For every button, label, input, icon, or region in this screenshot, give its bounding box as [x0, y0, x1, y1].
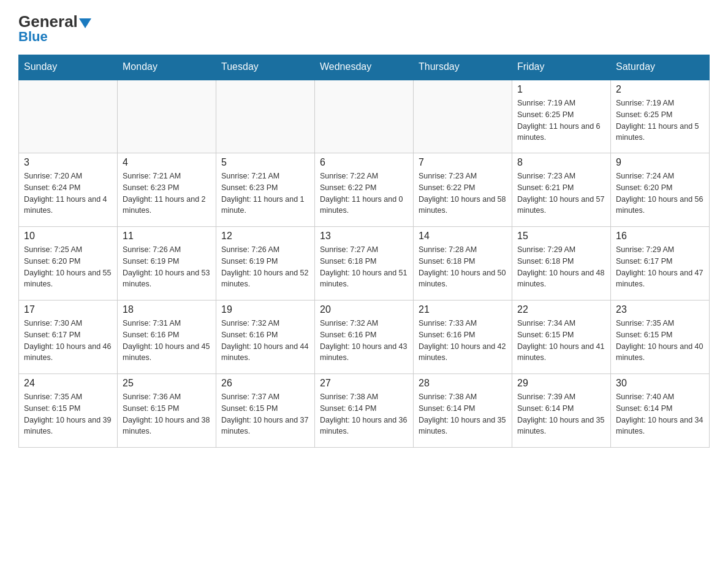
calendar-cell: 30Sunrise: 7:40 AM Sunset: 6:14 PM Dayli…: [611, 374, 710, 448]
day-number: 6: [320, 157, 408, 168]
logo-triangle-icon: [79, 18, 91, 28]
day-number: 8: [517, 157, 605, 168]
calendar-cell: 13Sunrise: 7:27 AM Sunset: 6:18 PM Dayli…: [315, 227, 414, 301]
day-info: Sunrise: 7:37 AM Sunset: 6:15 PM Dayligh…: [221, 391, 309, 437]
day-number: 19: [221, 304, 309, 315]
days-header-row: SundayMondayTuesdayWednesdayThursdayFrid…: [19, 55, 710, 80]
calendar-cell: 27Sunrise: 7:38 AM Sunset: 6:14 PM Dayli…: [315, 374, 414, 448]
day-info: Sunrise: 7:19 AM Sunset: 6:25 PM Dayligh…: [616, 98, 704, 144]
week-row-4: 17Sunrise: 7:30 AM Sunset: 6:17 PM Dayli…: [19, 301, 710, 374]
week-row-1: 1Sunrise: 7:19 AM Sunset: 6:25 PM Daylig…: [19, 80, 710, 153]
day-number: 27: [320, 378, 408, 389]
day-header-friday: Friday: [512, 55, 611, 80]
calendar-cell: 22Sunrise: 7:34 AM Sunset: 6:15 PM Dayli…: [512, 301, 611, 374]
day-number: 4: [123, 157, 211, 168]
day-info: Sunrise: 7:24 AM Sunset: 6:20 PM Dayligh…: [616, 170, 704, 216]
day-number: 7: [419, 157, 507, 168]
calendar-cell: [19, 80, 118, 153]
day-number: 16: [616, 231, 704, 242]
week-row-3: 10Sunrise: 7:25 AM Sunset: 6:20 PM Dayli…: [19, 227, 710, 301]
day-info: Sunrise: 7:26 AM Sunset: 6:19 PM Dayligh…: [221, 244, 309, 290]
day-info: Sunrise: 7:38 AM Sunset: 6:14 PM Dayligh…: [320, 391, 408, 437]
day-number: 14: [419, 231, 507, 242]
day-number: 20: [320, 304, 408, 315]
day-number: 18: [123, 304, 211, 315]
calendar-cell: 26Sunrise: 7:37 AM Sunset: 6:15 PM Dayli…: [216, 374, 315, 448]
day-number: 5: [221, 157, 309, 168]
day-number: 3: [24, 157, 112, 168]
day-header-saturday: Saturday: [611, 55, 710, 80]
calendar-table: SundayMondayTuesdayWednesdayThursdayFrid…: [18, 55, 710, 448]
calendar-cell: 12Sunrise: 7:26 AM Sunset: 6:19 PM Dayli…: [216, 227, 315, 301]
day-info: Sunrise: 7:26 AM Sunset: 6:19 PM Dayligh…: [123, 244, 211, 290]
calendar-cell: 4Sunrise: 7:21 AM Sunset: 6:23 PM Daylig…: [118, 153, 216, 227]
calendar-cell: 9Sunrise: 7:24 AM Sunset: 6:20 PM Daylig…: [611, 153, 710, 227]
day-info: Sunrise: 7:23 AM Sunset: 6:22 PM Dayligh…: [419, 170, 507, 216]
header: General Blue: [18, 12, 710, 45]
day-number: 28: [419, 378, 507, 389]
day-header-wednesday: Wednesday: [315, 55, 414, 80]
calendar-cell: 17Sunrise: 7:30 AM Sunset: 6:17 PM Dayli…: [19, 301, 118, 374]
calendar-cell: 25Sunrise: 7:36 AM Sunset: 6:15 PM Dayli…: [118, 374, 216, 448]
calendar-cell: 28Sunrise: 7:38 AM Sunset: 6:14 PM Dayli…: [414, 374, 512, 448]
day-number: 9: [616, 157, 704, 168]
calendar-cell: 19Sunrise: 7:32 AM Sunset: 6:16 PM Dayli…: [216, 301, 315, 374]
day-info: Sunrise: 7:34 AM Sunset: 6:15 PM Dayligh…: [517, 318, 605, 364]
day-info: Sunrise: 7:35 AM Sunset: 6:15 PM Dayligh…: [616, 318, 704, 364]
week-row-2: 3Sunrise: 7:20 AM Sunset: 6:24 PM Daylig…: [19, 153, 710, 227]
day-info: Sunrise: 7:30 AM Sunset: 6:17 PM Dayligh…: [24, 318, 112, 364]
day-info: Sunrise: 7:29 AM Sunset: 6:18 PM Dayligh…: [517, 244, 605, 290]
day-number: 15: [517, 231, 605, 242]
day-number: 23: [616, 304, 704, 315]
day-info: Sunrise: 7:38 AM Sunset: 6:14 PM Dayligh…: [419, 391, 507, 437]
day-number: 24: [24, 378, 112, 389]
calendar-cell: 23Sunrise: 7:35 AM Sunset: 6:15 PM Dayli…: [611, 301, 710, 374]
day-header-monday: Monday: [118, 55, 216, 80]
day-header-sunday: Sunday: [19, 55, 118, 80]
calendar-cell: [118, 80, 216, 153]
day-number: 2: [616, 84, 704, 95]
calendar-cell: 20Sunrise: 7:32 AM Sunset: 6:16 PM Dayli…: [315, 301, 414, 374]
calendar-cell: [216, 80, 315, 153]
week-row-5: 24Sunrise: 7:35 AM Sunset: 6:15 PM Dayli…: [19, 374, 710, 448]
calendar-cell: 15Sunrise: 7:29 AM Sunset: 6:18 PM Dayli…: [512, 227, 611, 301]
day-number: 1: [517, 84, 605, 95]
day-info: Sunrise: 7:39 AM Sunset: 6:14 PM Dayligh…: [517, 391, 605, 437]
day-info: Sunrise: 7:32 AM Sunset: 6:16 PM Dayligh…: [221, 318, 309, 364]
day-info: Sunrise: 7:25 AM Sunset: 6:20 PM Dayligh…: [24, 244, 112, 290]
calendar-cell: 29Sunrise: 7:39 AM Sunset: 6:14 PM Dayli…: [512, 374, 611, 448]
day-info: Sunrise: 7:19 AM Sunset: 6:25 PM Dayligh…: [517, 98, 605, 144]
day-info: Sunrise: 7:20 AM Sunset: 6:24 PM Dayligh…: [24, 170, 112, 216]
calendar-cell: 10Sunrise: 7:25 AM Sunset: 6:20 PM Dayli…: [19, 227, 118, 301]
day-info: Sunrise: 7:21 AM Sunset: 6:23 PM Dayligh…: [221, 170, 309, 216]
day-number: 26: [221, 378, 309, 389]
calendar-cell: 6Sunrise: 7:22 AM Sunset: 6:22 PM Daylig…: [315, 153, 414, 227]
day-info: Sunrise: 7:35 AM Sunset: 6:15 PM Dayligh…: [24, 391, 112, 437]
calendar-cell: 2Sunrise: 7:19 AM Sunset: 6:25 PM Daylig…: [611, 80, 710, 153]
calendar-cell: 5Sunrise: 7:21 AM Sunset: 6:23 PM Daylig…: [216, 153, 315, 227]
day-info: Sunrise: 7:21 AM Sunset: 6:23 PM Dayligh…: [123, 170, 211, 216]
day-number: 11: [123, 231, 211, 242]
logo-blue: Blue: [18, 29, 48, 45]
day-header-tuesday: Tuesday: [216, 55, 315, 80]
day-info: Sunrise: 7:40 AM Sunset: 6:14 PM Dayligh…: [616, 391, 704, 437]
day-number: 12: [221, 231, 309, 242]
logo: General Blue: [18, 12, 91, 45]
day-number: 25: [123, 378, 211, 389]
day-info: Sunrise: 7:31 AM Sunset: 6:16 PM Dayligh…: [123, 318, 211, 364]
day-number: 22: [517, 304, 605, 315]
calendar-cell: 11Sunrise: 7:26 AM Sunset: 6:19 PM Dayli…: [118, 227, 216, 301]
day-info: Sunrise: 7:28 AM Sunset: 6:18 PM Dayligh…: [419, 244, 507, 290]
day-info: Sunrise: 7:36 AM Sunset: 6:15 PM Dayligh…: [123, 391, 211, 437]
day-info: Sunrise: 7:29 AM Sunset: 6:17 PM Dayligh…: [616, 244, 704, 290]
calendar-cell: 16Sunrise: 7:29 AM Sunset: 6:17 PM Dayli…: [611, 227, 710, 301]
day-info: Sunrise: 7:27 AM Sunset: 6:18 PM Dayligh…: [320, 244, 408, 290]
calendar-cell: 14Sunrise: 7:28 AM Sunset: 6:18 PM Dayli…: [414, 227, 512, 301]
calendar-cell: 8Sunrise: 7:23 AM Sunset: 6:21 PM Daylig…: [512, 153, 611, 227]
day-info: Sunrise: 7:32 AM Sunset: 6:16 PM Dayligh…: [320, 318, 408, 364]
day-info: Sunrise: 7:23 AM Sunset: 6:21 PM Dayligh…: [517, 170, 605, 216]
calendar-cell: [414, 80, 512, 153]
day-number: 29: [517, 378, 605, 389]
day-number: 10: [24, 231, 112, 242]
calendar-cell: 1Sunrise: 7:19 AM Sunset: 6:25 PM Daylig…: [512, 80, 611, 153]
